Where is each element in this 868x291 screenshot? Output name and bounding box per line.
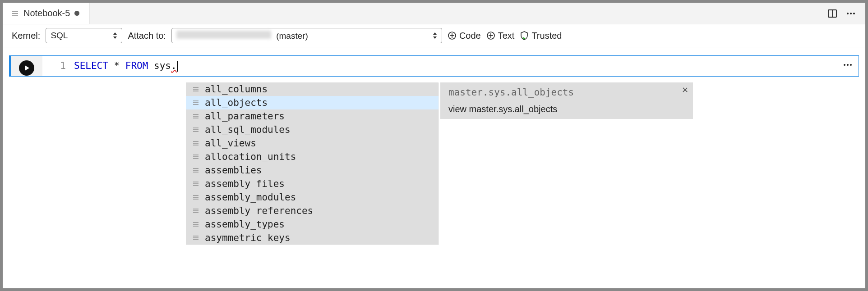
run-button[interactable] xyxy=(19,60,34,76)
autocomplete-item-label: all_sql_modules xyxy=(205,124,291,135)
trusted-button[interactable]: Trusted xyxy=(520,31,562,41)
table-icon xyxy=(192,167,199,174)
sql-keyword-select: SELECT xyxy=(74,60,108,71)
svg-point-6 xyxy=(850,13,852,14)
attach-suffix: (master) xyxy=(276,31,308,41)
chevron-updown-icon xyxy=(433,32,437,39)
autocomplete-item[interactable]: all_objects xyxy=(186,96,439,109)
sql-keyword-from: FROM xyxy=(125,60,148,71)
autocomplete-list[interactable]: all_columnsall_objectsall_parametersall_… xyxy=(186,82,439,245)
svg-point-21 xyxy=(850,64,852,66)
svg-marker-11 xyxy=(433,36,437,39)
tab-title: Notebook-5 xyxy=(23,8,70,18)
kernel-value: SQL xyxy=(51,31,68,41)
table-icon xyxy=(192,180,199,187)
tab-bar: Notebook-5 xyxy=(3,3,865,24)
notebook-icon xyxy=(11,9,19,18)
split-editor-icon[interactable] xyxy=(827,9,837,18)
code-line: SELECT * FROM sys. xyxy=(74,60,178,72)
table-icon xyxy=(192,113,199,120)
autocomplete-item[interactable]: assembly_types xyxy=(186,218,439,231)
cell-gutter xyxy=(11,56,42,76)
svg-marker-18 xyxy=(25,65,29,71)
cell-area: 1 SELECT * FROM sys. all_columnsall_obje… xyxy=(3,47,865,85)
table-icon xyxy=(192,99,199,106)
autocomplete-item-label: assembly_modules xyxy=(205,192,296,203)
more-actions-icon[interactable] xyxy=(845,8,856,19)
autocomplete-item[interactable]: allocation_units xyxy=(186,150,439,164)
autocomplete-item-label: all_columns xyxy=(205,84,268,95)
table-icon xyxy=(192,207,199,214)
table-icon xyxy=(192,140,199,147)
obscured-server-name xyxy=(176,31,271,39)
trusted-label: Trusted xyxy=(531,31,562,41)
add-text-button[interactable]: Text xyxy=(486,31,515,41)
autocomplete-item-label: assemblies xyxy=(205,165,262,176)
svg-point-20 xyxy=(847,64,849,66)
autocomplete-item-label: all_parameters xyxy=(205,111,285,122)
sql-dot: . xyxy=(171,60,177,71)
autocomplete-item[interactable]: all_sql_modules xyxy=(186,123,439,136)
table-icon xyxy=(192,126,199,133)
table-icon xyxy=(192,86,199,93)
sql-star: * xyxy=(114,60,120,71)
autocomplete-item[interactable]: all_views xyxy=(186,136,439,150)
kernel-label: Kernel: xyxy=(12,31,40,41)
add-code-button[interactable]: Code xyxy=(448,31,481,41)
autocomplete-item-label: allocation_units xyxy=(205,151,296,162)
dirty-indicator-icon xyxy=(74,11,79,16)
autocomplete-item[interactable]: assembly_modules xyxy=(186,191,439,204)
autocomplete-item-label: assembly_files xyxy=(205,178,285,189)
doc-description: view master.sys.all_objects xyxy=(448,104,685,114)
app-window: Notebook-5 Kernel: SQL Attach to: (maste… xyxy=(3,3,865,288)
chevron-updown-icon xyxy=(113,32,117,39)
table-icon xyxy=(192,234,199,241)
attach-label: Attach to: xyxy=(128,31,166,41)
attach-value: (master) xyxy=(176,31,308,41)
table-icon xyxy=(192,194,199,201)
cell-more-icon[interactable] xyxy=(842,59,853,72)
add-text-label: Text xyxy=(498,31,515,41)
autocomplete-item[interactable]: assembly_files xyxy=(186,177,439,191)
doc-title: master.sys.all_objects xyxy=(448,87,685,98)
code-editor[interactable]: 1 SELECT * FROM sys. xyxy=(42,56,859,76)
autocomplete-item[interactable]: assemblies xyxy=(186,164,439,177)
table-icon xyxy=(192,221,199,228)
autocomplete-item[interactable]: all_parameters xyxy=(186,109,439,123)
table-icon xyxy=(192,153,199,160)
autocomplete-item[interactable]: assembly_references xyxy=(186,204,439,218)
toolbar: Kernel: SQL Attach to: (master) Code Tex… xyxy=(3,24,865,47)
attach-select[interactable]: (master) xyxy=(171,28,442,43)
add-code-label: Code xyxy=(459,31,481,41)
svg-point-5 xyxy=(847,13,849,14)
tab-bar-spacer xyxy=(90,3,818,24)
svg-marker-9 xyxy=(113,36,117,39)
autocomplete-item-label: all_views xyxy=(205,138,256,149)
tab-actions xyxy=(818,3,865,24)
sql-schema: sys xyxy=(154,60,171,71)
code-cell[interactable]: 1 SELECT * FROM sys. xyxy=(9,55,859,77)
svg-point-7 xyxy=(853,13,855,14)
autocomplete-item-label: assembly_references xyxy=(205,205,313,216)
autocomplete-doc: ✕ master.sys.all_objects view master.sys… xyxy=(440,82,693,119)
autocomplete-popup: all_columnsall_objectsall_parametersall_… xyxy=(186,82,693,245)
kernel-select[interactable]: SQL xyxy=(46,28,122,43)
close-icon[interactable]: ✕ xyxy=(682,85,688,95)
line-number: 1 xyxy=(42,60,74,72)
svg-marker-10 xyxy=(433,32,437,35)
autocomplete-item-label: asymmetric_keys xyxy=(205,232,291,243)
tab-notebook[interactable]: Notebook-5 xyxy=(3,3,90,24)
autocomplete-item-label: assembly_types xyxy=(205,219,285,230)
autocomplete-item-label: all_objects xyxy=(205,97,268,108)
autocomplete-item[interactable]: asymmetric_keys xyxy=(186,231,439,245)
svg-marker-8 xyxy=(113,32,117,35)
text-cursor xyxy=(177,61,178,72)
autocomplete-item[interactable]: all_columns xyxy=(186,82,439,96)
svg-point-19 xyxy=(844,64,845,66)
